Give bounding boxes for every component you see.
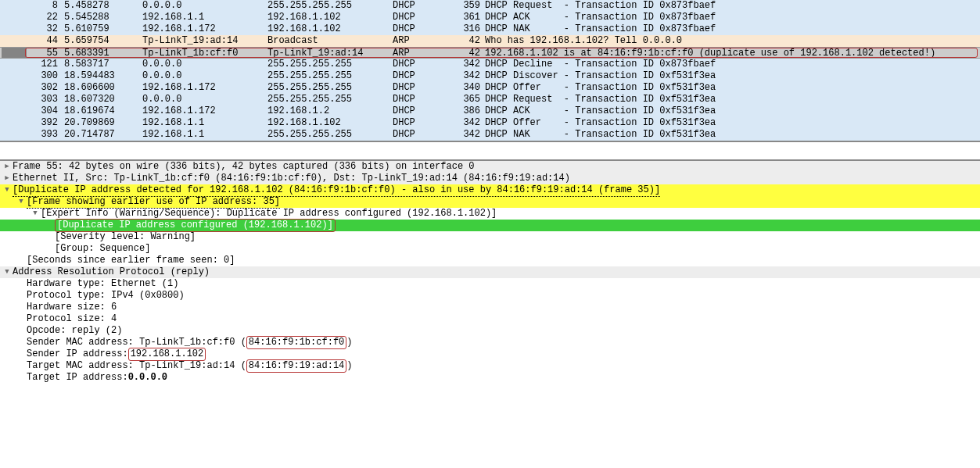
- detail-proto-type[interactable]: Protocol type: IPv4 (0x0800): [0, 290, 980, 302]
- detail-group[interactable]: [Group: Sequence]: [0, 243, 980, 255]
- packet-details-pane[interactable]: ▶ Frame 55: 42 bytes on wire (336 bits),…: [0, 159, 980, 384]
- detail-hw-size[interactable]: Hardware size: 6: [0, 302, 980, 313]
- target-ip-value: 0.0.0.0: [128, 372, 167, 384]
- row-gutter: [2, 82, 27, 94]
- col-source: Tp-LinkT_1b:cf:f0: [142, 48, 267, 58]
- pane-splitter[interactable]: [0, 142, 980, 159]
- packet-row[interactable]: 30318.6073200.0.0.0255.255.255.255DHCP36…: [0, 94, 980, 105]
- col-info: DHCP NAK - Transaction ID 0x873fbaef: [485, 23, 978, 35]
- detail-text: Protocol type: IPv4 (0x0800): [27, 290, 185, 302]
- close-paren: ): [346, 337, 352, 348]
- col-protocol: DHCP: [393, 105, 454, 117]
- detail-opcode[interactable]: Opcode: reply (2): [0, 325, 980, 337]
- packet-row[interactable]: 30218.606600192.168.1.172255.255.255.255…: [0, 82, 980, 94]
- row-gutter: [2, 0, 27, 12]
- packet-list[interactable]: 85.4582780.0.0.0255.255.255.255DHCP359DH…: [0, 0, 980, 142]
- label: Sender IP address:: [27, 348, 128, 360]
- col-time: 18.594483: [64, 70, 142, 82]
- packet-row[interactable]: 39320.714787192.168.1.1255.255.255.255DH…: [0, 129, 980, 141]
- col-length: 316: [454, 23, 485, 35]
- detail-target-mac[interactable]: Target MAC address: Tp-LinkT_19:ad:14 (8…: [0, 360, 980, 372]
- triangle-down-icon: ▼: [2, 266, 13, 278]
- col-source: 192.168.1.1: [142, 129, 267, 141]
- detail-proto-size[interactable]: Protocol size: 4: [0, 313, 980, 325]
- col-length: 365: [454, 94, 485, 105]
- col-protocol: ARP: [393, 48, 454, 58]
- col-protocol: DHCP: [393, 59, 454, 70]
- col-source: 0.0.0.0: [142, 0, 267, 12]
- row-gutter: [2, 59, 27, 70]
- col-destination: Broadcast: [267, 35, 393, 47]
- col-no: 121: [27, 59, 64, 70]
- detail-dup-configured[interactable]: [Duplicate IP address configured (192.16…: [0, 220, 980, 231]
- col-protocol: ARP: [393, 35, 454, 47]
- packet-row[interactable]: 39220.709869192.168.1.1192.168.1.102DHCP…: [0, 117, 980, 129]
- col-length: 386: [454, 105, 485, 117]
- detail-duplicate-ip[interactable]: ▼ [Duplicate IP address detected for 192…: [0, 184, 980, 196]
- sender-ip-value: 192.168.1.102: [128, 348, 206, 361]
- sender-mac-value: 84:16:f9:1b:cf:f0: [246, 336, 346, 349]
- col-source: 0.0.0.0: [142, 59, 267, 70]
- col-source: 192.168.1.1: [142, 12, 267, 23]
- col-source: 0.0.0.0: [142, 70, 267, 82]
- col-source: 0.0.0.0: [142, 94, 267, 105]
- col-no: 304: [27, 105, 64, 117]
- detail-sender-ip[interactable]: Sender IP address: 192.168.1.102: [0, 348, 980, 360]
- col-source: 192.168.1.172: [142, 23, 267, 35]
- detail-frame-earlier[interactable]: ▼ [Frame showing earlier use of IP addre…: [0, 196, 980, 208]
- col-destination: 192.168.1.102: [267, 117, 393, 129]
- packet-row[interactable]: 30418.619674192.168.1.172192.168.1.2DHCP…: [0, 105, 980, 117]
- packet-row[interactable]: 325.610759192.168.1.172192.168.1.102DHCP…: [0, 23, 980, 35]
- row-gutter: [2, 12, 27, 23]
- col-time: 5.659754: [64, 35, 142, 47]
- triangle-right-icon: ▶: [2, 173, 13, 184]
- packet-row[interactable]: 1218.5837170.0.0.0255.255.255.255DHCP342…: [0, 59, 980, 70]
- packet-row[interactable]: 30018.5944830.0.0.0255.255.255.255DHCP34…: [0, 70, 980, 82]
- col-no: 392: [27, 117, 64, 129]
- col-protocol: DHCP: [393, 0, 454, 12]
- row-gutter: [2, 94, 27, 105]
- detail-text: Frame 55: 42 bytes on wire (336 bits), 4…: [13, 161, 475, 173]
- detail-ethernet[interactable]: ▶ Ethernet II, Src: Tp-LinkT_1b:cf:f0 (8…: [0, 173, 980, 184]
- detail-text: Opcode: reply (2): [27, 325, 122, 337]
- label: Target MAC address: Tp-LinkT_19:ad:14 (: [27, 360, 246, 372]
- detail-text: Hardware type: Ethernet (1): [27, 278, 178, 290]
- target-mac-value: 84:16:f9:19:ad:14: [246, 359, 346, 373]
- detail-text: [Severity level: Warning]: [55, 231, 196, 243]
- detail-frame[interactable]: ▶ Frame 55: 42 bytes on wire (336 bits),…: [0, 161, 980, 173]
- col-length: 42: [454, 35, 485, 47]
- col-info: DHCP Decline - Transaction ID 0x873fbaef: [485, 59, 978, 70]
- col-no: 32: [27, 23, 64, 35]
- col-destination: 255.255.255.255: [267, 70, 393, 82]
- selection-marker: [2, 48, 27, 58]
- packet-row[interactable]: 225.545288192.168.1.1192.168.1.102DHCP36…: [0, 12, 980, 23]
- col-info: DHCP NAK - Transaction ID 0xf531f3ea: [485, 129, 978, 141]
- detail-severity[interactable]: [Severity level: Warning]: [0, 231, 980, 243]
- packet-row[interactable]: 445.659754Tp-LinkT_19:ad:14BroadcastARP4…: [0, 35, 980, 47]
- detail-text: [Duplicate IP address configured (192.16…: [55, 219, 336, 232]
- detail-expert-info[interactable]: ▼ [Expert Info (Warning/Sequence): Dupli…: [0, 208, 980, 220]
- detail-seconds[interactable]: [Seconds since earlier frame seen: 0]: [0, 255, 980, 266]
- row-gutter: [2, 70, 27, 82]
- col-source: 192.168.1.1: [142, 117, 267, 129]
- detail-text: Ethernet II, Src: Tp-LinkT_1b:cf:f0 (84:…: [13, 173, 570, 184]
- col-protocol: DHCP: [393, 23, 454, 35]
- detail-text: Address Resolution Protocol (reply): [13, 266, 210, 278]
- detail-text: [Group: Sequence]: [55, 243, 150, 255]
- packet-row[interactable]: 555.683391Tp-LinkT_1b:cf:f0Tp-LinkT_19:a…: [0, 47, 980, 59]
- detail-text: [Seconds since earlier frame seen: 0]: [27, 255, 235, 266]
- col-no: 303: [27, 94, 64, 105]
- detail-target-ip[interactable]: Target IP address: 0.0.0.0: [0, 372, 980, 384]
- detail-hw-type[interactable]: Hardware type: Ethernet (1): [0, 278, 980, 290]
- col-source: 192.168.1.172: [142, 105, 267, 117]
- col-info: 192.168.1.102 is at 84:16:f9:1b:cf:f0 (d…: [485, 48, 978, 58]
- detail-sender-mac[interactable]: Sender MAC address: Tp-LinkT_1b:cf:f0 (8…: [0, 337, 980, 348]
- col-protocol: DHCP: [393, 70, 454, 82]
- packet-row[interactable]: 85.4582780.0.0.0255.255.255.255DHCP359DH…: [0, 0, 980, 12]
- detail-arp[interactable]: ▼ Address Resolution Protocol (reply): [0, 266, 980, 278]
- col-time: 8.583717: [64, 59, 142, 70]
- col-length: 342: [454, 70, 485, 82]
- row-gutter: [2, 35, 27, 47]
- col-info: Who has 192.168.1.102? Tell 0.0.0.0: [485, 35, 978, 47]
- col-no: 302: [27, 82, 64, 94]
